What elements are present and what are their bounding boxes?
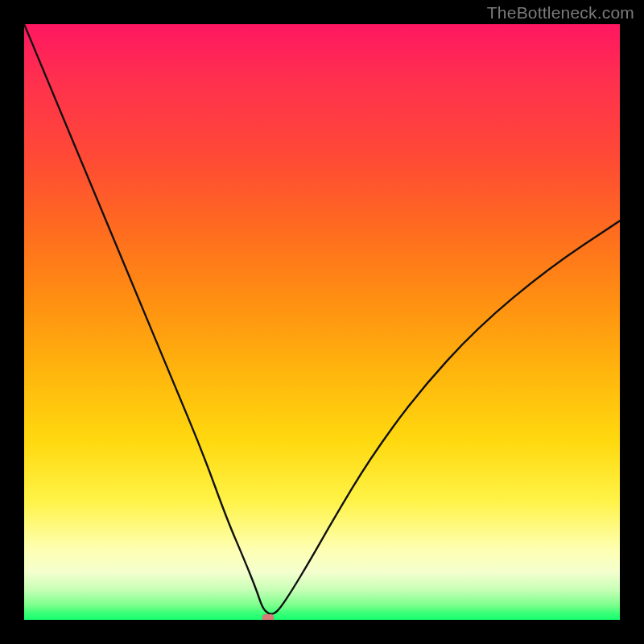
chart-frame: TheBottleneck.com: [0, 0, 644, 644]
optimum-marker: [262, 614, 274, 620]
plot-area: [24, 24, 620, 620]
bottleneck-curve: [24, 24, 620, 614]
curve-layer: [24, 24, 620, 620]
watermark-text: TheBottleneck.com: [487, 3, 634, 23]
